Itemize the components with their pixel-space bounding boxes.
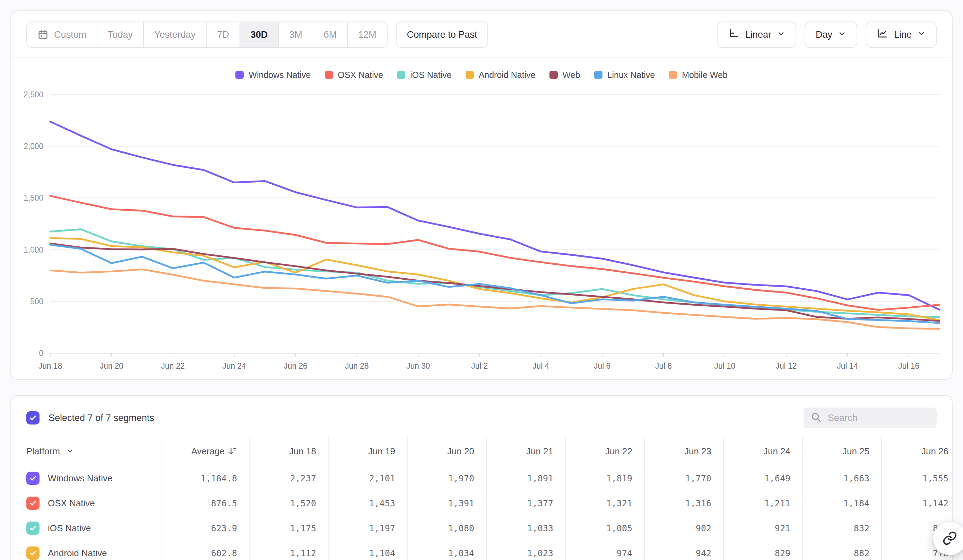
range-label: 3M <box>289 29 302 40</box>
svg-text:Jun 20: Jun 20 <box>100 361 123 371</box>
sort-descending-icon <box>228 447 237 456</box>
value-cell: 1,023 <box>486 541 565 560</box>
date-column-header: Jun 25 <box>802 437 881 466</box>
value-cell: 829 <box>723 541 802 560</box>
svg-text:Jul 16: Jul 16 <box>898 361 919 371</box>
range-label: Today <box>108 29 133 40</box>
segments-card: Selected 7 of 7 segments PlatformAverage… <box>10 395 953 560</box>
chart-type-dropdown[interactable]: Line <box>866 21 937 48</box>
table-row-windows-native: Windows Native1,184.82,2372,1011,9701,89… <box>11 466 953 491</box>
chart-legend: Windows NativeOSX NativeiOS NativeAndroi… <box>11 68 952 82</box>
segment-checkbox[interactable] <box>26 547 39 560</box>
segments-table: PlatformAverageJun 18Jun 19Jun 20Jun 21J… <box>11 437 953 560</box>
range-3m[interactable]: 3M <box>278 22 313 47</box>
value-cell: 942 <box>644 541 723 560</box>
value-cell: 1,453 <box>328 491 407 516</box>
range-label: 7D <box>217 29 229 40</box>
select-all-segments[interactable]: Selected 7 of 7 segments <box>26 411 154 424</box>
legend-item-ios-native[interactable]: iOS Native <box>397 70 451 80</box>
segment-checkbox[interactable] <box>26 497 39 510</box>
range-6m[interactable]: 6M <box>313 22 347 47</box>
svg-text:Jun 18: Jun 18 <box>39 361 62 371</box>
line-chart-icon <box>877 28 888 42</box>
linear-scale-icon <box>728 28 740 42</box>
legend-item-web[interactable]: Web <box>550 70 580 80</box>
date-column-header: Jun 24 <box>723 437 802 466</box>
range-yesterday[interactable]: Yesterday <box>143 22 206 47</box>
value-cell: 1,316 <box>644 491 723 516</box>
svg-text:1,500: 1,500 <box>24 193 43 202</box>
segment-checkbox[interactable] <box>26 521 39 535</box>
check-icon <box>29 524 37 532</box>
average-cell: 876.5 <box>162 491 249 516</box>
platform-name: Windows Native <box>48 473 112 484</box>
chevron-down-icon <box>777 29 785 40</box>
svg-text:Jun 30: Jun 30 <box>406 361 430 371</box>
search-input[interactable] <box>827 413 930 424</box>
range-label: 12M <box>358 29 376 40</box>
chevron-down-icon <box>66 447 74 455</box>
line-chart: 05001,0001,5002,0002,500Jun 18Jun 20Jun … <box>17 84 943 374</box>
range-12m[interactable]: 12M <box>347 22 387 47</box>
range-label: 30D <box>251 29 268 40</box>
platform-name: iOS Native <box>48 523 91 534</box>
calendar-icon <box>37 29 49 40</box>
link-icon <box>942 531 957 547</box>
compare-to-past-button[interactable]: Compare to Past <box>396 21 488 48</box>
date-column-header: Jun 23 <box>644 437 723 466</box>
series-line-ios-native <box>50 230 939 317</box>
legend-item-linux-native[interactable]: Linux Native <box>594 70 655 80</box>
value-cell: 1,142 <box>881 491 953 516</box>
value-cell: 1,770 <box>644 466 723 491</box>
range-custom[interactable]: Custom <box>27 22 97 47</box>
share-link-button[interactable] <box>933 522 963 555</box>
range-30d[interactable]: 30D <box>240 22 278 47</box>
range-today[interactable]: Today <box>97 22 143 47</box>
platform-cell: Windows Native <box>11 466 162 491</box>
value-cell: 1,211 <box>723 491 802 516</box>
select-all-checkbox[interactable] <box>26 411 39 424</box>
average-cell: 602.8 <box>162 541 249 560</box>
platform-column-header[interactable]: Platform <box>11 437 162 466</box>
svg-text:Jun 22: Jun 22 <box>161 361 185 371</box>
table-header-row: PlatformAverageJun 18Jun 19Jun 20Jun 21J… <box>11 437 953 466</box>
segment-checkbox[interactable] <box>26 472 39 485</box>
chart-type-dropdown-label: Line <box>894 29 912 40</box>
date-column-header: Jun 22 <box>565 437 644 466</box>
value-cell: 1,970 <box>407 466 486 491</box>
range-label: Custom <box>54 29 86 40</box>
value-cell: 1,033 <box>486 516 565 541</box>
interval-dropdown[interactable]: Day <box>804 21 857 48</box>
scale-dropdown[interactable]: Linear <box>717 21 796 48</box>
svg-text:Jul 10: Jul 10 <box>715 361 736 371</box>
search-box[interactable] <box>804 408 937 428</box>
value-cell: 1,520 <box>249 491 328 516</box>
table-row-ios-native: iOS Native623.91,1751,1971,0801,0331,005… <box>11 516 953 541</box>
toolbar-right: Linear Day Line <box>717 21 937 48</box>
table-row-osx-native: OSX Native876.51,5201,4531,3911,3771,321… <box>11 491 953 516</box>
value-cell: 832 <box>802 516 881 541</box>
range-7d[interactable]: 7D <box>206 22 240 47</box>
legend-item-android-native[interactable]: Android Native <box>465 70 536 80</box>
line-chart-svg: 05001,0001,5002,0002,500Jun 18Jun 20Jun … <box>17 84 943 374</box>
toolbar-left: CustomTodayYesterday7D30D3M6M12M Compare… <box>26 21 488 48</box>
svg-text:Jul 14: Jul 14 <box>837 361 858 371</box>
platform-cell: iOS Native <box>11 516 162 541</box>
svg-text:Jul 4: Jul 4 <box>532 361 549 371</box>
date-range-selector: CustomTodayYesterday7D30D3M6M12M <box>26 21 387 48</box>
legend-item-osx-native[interactable]: OSX Native <box>325 70 383 80</box>
svg-text:0: 0 <box>39 349 44 358</box>
date-column-header: Jun 21 <box>486 437 565 466</box>
value-cell: 1,891 <box>486 466 565 491</box>
value-cell: 902 <box>644 516 723 541</box>
svg-text:Jul 6: Jul 6 <box>594 361 610 371</box>
average-column-header[interactable]: Average <box>162 437 249 466</box>
check-icon <box>29 549 37 557</box>
legend-item-windows-native[interactable]: Windows Native <box>235 70 311 80</box>
segments-topbar: Selected 7 of 7 segments <box>11 396 952 437</box>
interval-dropdown-label: Day <box>815 29 832 40</box>
date-column-header: Jun 20 <box>407 437 486 466</box>
svg-text:Jul 12: Jul 12 <box>776 361 797 371</box>
svg-text:1,000: 1,000 <box>24 245 43 254</box>
legend-item-mobile-web[interactable]: Mobile Web <box>669 70 728 80</box>
